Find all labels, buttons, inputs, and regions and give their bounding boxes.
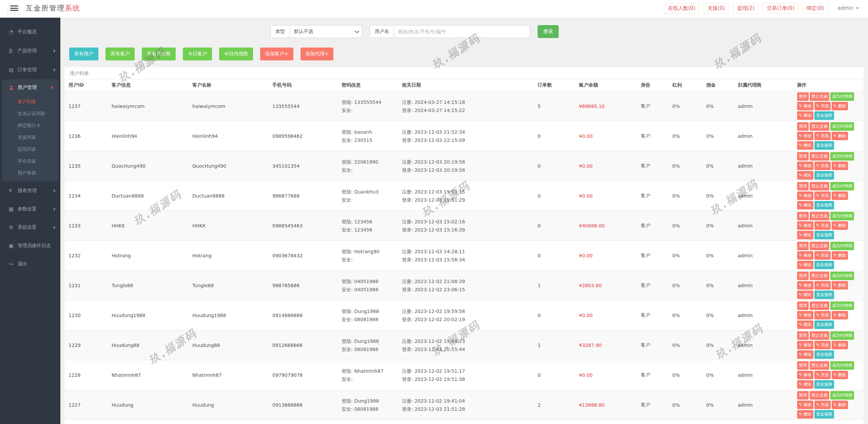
filter-button-5[interactable]: 添加客户+ xyxy=(260,48,293,60)
action-禁用-button[interactable]: 禁用 xyxy=(797,182,809,190)
action-赠送-button[interactable]: ✎ 赠送 xyxy=(797,291,813,299)
action-充值-button[interactable]: ✎ 充值 xyxy=(814,132,831,140)
sidebar-item-平台概况[interactable]: ◔平台概况 xyxy=(0,22,60,41)
action-修改-button[interactable]: ✎ 修改 xyxy=(797,132,813,140)
action-禁止交易-button[interactable]: 禁止交易 xyxy=(810,122,829,131)
sidebar-subitem-充值列表[interactable]: 充值列表 xyxy=(2,131,58,143)
action-删除-button[interactable]: ✎ 删除 xyxy=(832,311,848,319)
action-资金报表-button[interactable]: 资金报表 xyxy=(814,231,834,239)
action-删除-button[interactable]: ✎ 删除 xyxy=(832,341,848,349)
sidebar-subitem-提现列表[interactable]: 提现列表 xyxy=(2,143,58,155)
sidebar-subitem-实名认证列表[interactable]: 实名认证列表 xyxy=(2,108,58,119)
action-资金报表-button[interactable]: 资金报表 xyxy=(814,201,834,209)
action-修改-button[interactable]: ✎ 修改 xyxy=(797,371,813,379)
action-充值-button[interactable]: ✎ 充值 xyxy=(814,221,831,230)
action-赠送-button[interactable]: ✎ 赠送 xyxy=(797,261,813,269)
action-赠送-button[interactable]: ✎ 赠送 xyxy=(797,171,813,180)
action-赠送-button[interactable]: ✎ 赠送 xyxy=(797,111,813,120)
sidebar-item-报表管理[interactable]: ¥报表管理 xyxy=(0,182,60,200)
action-成为代理商-button[interactable]: 成为代理商 xyxy=(830,272,854,280)
action-资金报表-button[interactable]: 资金报表 xyxy=(814,350,834,359)
action-充值-button[interactable]: ✎ 充值 xyxy=(814,341,831,349)
action-赠送-button[interactable]: ✎ 赠送 xyxy=(797,350,813,359)
action-成为代理商-button[interactable]: 成为代理商 xyxy=(830,152,854,161)
action-资金报表-button[interactable]: 资金报表 xyxy=(814,291,834,299)
sidebar-item-订单管理[interactable]: ▤订单管理 xyxy=(0,60,60,79)
action-赠送-button[interactable]: ✎ 赠送 xyxy=(797,410,813,419)
action-赠送-button[interactable]: ✎ 赠送 xyxy=(797,320,813,329)
action-成为代理商-button[interactable]: 成为代理商 xyxy=(830,122,854,131)
action-删除-button[interactable]: ✎ 删除 xyxy=(832,132,848,140)
admin-dropdown[interactable]: admin xyxy=(835,3,862,13)
action-成为代理商-button[interactable]: 成为代理商 xyxy=(830,242,854,250)
action-删除-button[interactable]: ✎ 删除 xyxy=(832,371,848,379)
action-成为代理商-button[interactable]: 成为代理商 xyxy=(830,361,854,370)
action-删除-button[interactable]: ✎ 删除 xyxy=(832,281,848,290)
action-禁用-button[interactable]: 禁用 xyxy=(797,331,809,340)
action-修改-button[interactable]: ✎ 修改 xyxy=(797,341,813,349)
action-禁用-button[interactable]: 禁用 xyxy=(797,92,809,101)
sidebar-item-产品管理[interactable]: ₿产品管理 xyxy=(0,41,60,60)
action-禁止交易-button[interactable]: 禁止交易 xyxy=(810,272,829,280)
action-禁用-button[interactable]: 禁用 xyxy=(797,272,809,280)
action-充值-button[interactable]: ✎ 充值 xyxy=(814,251,831,260)
action-删除-button[interactable]: ✎ 删除 xyxy=(832,102,848,110)
action-成为代理商-button[interactable]: 成为代理商 xyxy=(830,92,854,101)
action-充值-button[interactable]: ✎ 充值 xyxy=(814,281,831,290)
sidebar-subitem-用户等级[interactable]: 用户等级 xyxy=(2,167,58,179)
action-修改-button[interactable]: ✎ 修改 xyxy=(797,281,813,290)
action-禁用-button[interactable]: 禁用 xyxy=(797,301,809,310)
action-成为代理商-button[interactable]: 成为代理商 xyxy=(830,301,854,310)
action-禁用-button[interactable]: 禁用 xyxy=(797,122,809,131)
header-link-3[interactable]: 交易订单(0) xyxy=(763,3,798,14)
action-充值-button[interactable]: ✎ 充值 xyxy=(814,371,831,379)
action-禁止交易-button[interactable]: 禁止交易 xyxy=(810,92,829,101)
action-充值-button[interactable]: ✎ 充值 xyxy=(814,162,831,170)
action-修改-button[interactable]: ✎ 修改 xyxy=(797,401,813,409)
action-禁止交易-button[interactable]: 禁止交易 xyxy=(810,242,829,250)
action-禁止交易-button[interactable]: 禁止交易 xyxy=(810,391,829,400)
action-禁止交易-button[interactable]: 禁止交易 xyxy=(810,182,829,190)
header-link-0[interactable]: 在线人数(0) xyxy=(664,3,699,14)
action-修改-button[interactable]: ✎ 修改 xyxy=(797,251,813,260)
filter-button-0[interactable]: 所有用户 xyxy=(69,48,98,60)
username-input[interactable] xyxy=(394,25,530,38)
action-禁用-button[interactable]: 禁用 xyxy=(797,152,809,161)
action-资金报表-button[interactable]: 资金报表 xyxy=(814,261,834,269)
action-删除-button[interactable]: ✎ 删除 xyxy=(832,401,848,409)
action-成为代理商-button[interactable]: 成为代理商 xyxy=(830,331,854,340)
action-禁止交易-button[interactable]: 禁止交易 xyxy=(810,331,829,340)
action-成为代理商-button[interactable]: 成为代理商 xyxy=(830,212,854,220)
action-删除-button[interactable]: ✎ 删除 xyxy=(832,191,848,200)
header-link-1[interactable]: 充值(0) xyxy=(703,3,729,14)
action-禁止交易-button[interactable]: 禁止交易 xyxy=(810,152,829,161)
action-成为代理商-button[interactable]: 成为代理商 xyxy=(830,182,854,190)
filter-button-1[interactable]: 所有客户 xyxy=(105,48,135,60)
search-button[interactable]: 搜索 xyxy=(538,25,559,38)
sidebar-item-系统设置[interactable]: ⚙系统设置 xyxy=(0,218,60,237)
action-禁止交易-button[interactable]: 禁止交易 xyxy=(810,212,829,220)
action-充值-button[interactable]: ✎ 充值 xyxy=(814,102,831,110)
action-删除-button[interactable]: ✎ 删除 xyxy=(832,162,848,170)
action-删除-button[interactable]: ✎ 删除 xyxy=(832,251,848,260)
filter-button-6[interactable]: 添加代理+ xyxy=(301,48,334,60)
sidebar-subitem-绑定银行卡[interactable]: 绑定银行卡 xyxy=(2,119,58,131)
action-删除-button[interactable]: ✎ 删除 xyxy=(832,221,848,230)
sidebar-subitem-手动充值[interactable]: 手动充值 xyxy=(2,155,58,167)
action-充值-button[interactable]: ✎ 充值 xyxy=(814,311,831,319)
action-禁用-button[interactable]: 禁用 xyxy=(797,391,809,400)
action-禁用-button[interactable]: 禁用 xyxy=(797,242,809,250)
action-禁用-button[interactable]: 禁用 xyxy=(797,212,809,220)
action-赠送-button[interactable]: ✎ 赠送 xyxy=(797,141,813,150)
sidebar-item-退出[interactable]: ↪退出 xyxy=(0,255,60,273)
action-资金报表-button[interactable]: 资金报表 xyxy=(814,141,834,150)
header-link-4[interactable]: 绑定(0) xyxy=(803,3,828,14)
action-充值-button[interactable]: ✎ 充值 xyxy=(814,191,831,200)
action-资金报表-button[interactable]: 资金报表 xyxy=(814,410,834,419)
action-资金报表-button[interactable]: 资金报表 xyxy=(814,111,834,120)
action-资金报表-button[interactable]: 资金报表 xyxy=(814,320,834,329)
sidebar-item-参数设置[interactable]: ▦参数设置 xyxy=(0,200,60,218)
sidebar-subitem-客户列表[interactable]: 客户列表 xyxy=(2,96,58,108)
action-充值-button[interactable]: ✎ 充值 xyxy=(814,401,831,409)
action-成为代理商-button[interactable]: 成为代理商 xyxy=(830,391,854,400)
